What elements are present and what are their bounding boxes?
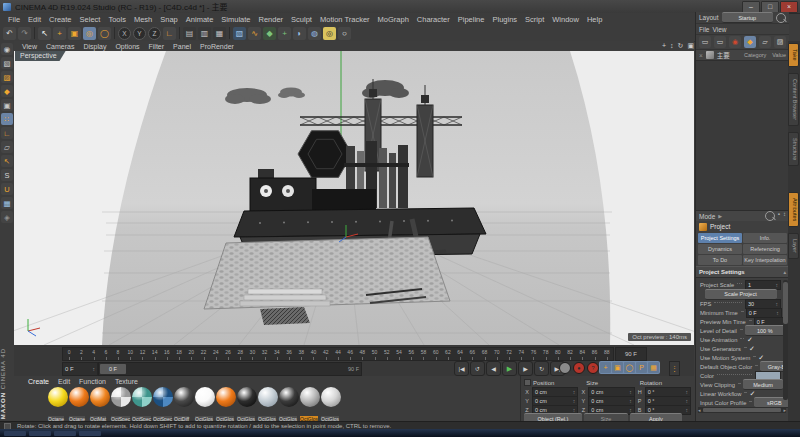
- play-forwards-button[interactable]: ▶: [502, 361, 517, 376]
- collapse-icon[interactable]: ▴: [783, 269, 786, 275]
- frame-tick[interactable]: 14: [149, 348, 161, 360]
- material-menu-create[interactable]: Create: [28, 378, 49, 385]
- z-axis-lock-icon[interactable]: Z: [148, 27, 161, 40]
- frame-tick[interactable]: 78: [540, 348, 552, 360]
- vpmenu-panel[interactable]: Panel: [173, 43, 191, 50]
- panel-icon[interactable]: [524, 379, 531, 386]
- frame-tick[interactable]: 66: [466, 348, 478, 360]
- frame-tick[interactable]: 88: [601, 348, 613, 360]
- material-item[interactable]: OctGlos: [237, 387, 257, 425]
- model-mode-icon[interactable]: ▧: [1, 57, 13, 69]
- record-keyframes-button[interactable]: ●: [573, 362, 585, 374]
- timeline-slider[interactable]: 0 F 90 F: [98, 362, 362, 376]
- material-item[interactable]: Octane: [48, 387, 68, 425]
- take-new-icon[interactable]: ▭: [699, 36, 711, 48]
- rotation-key-toggle[interactable]: ◯: [624, 362, 635, 373]
- stepper-icon[interactable]: ↕: [776, 310, 779, 316]
- frame-tick[interactable]: 22: [197, 348, 209, 360]
- vpmenu-cameras[interactable]: Cameras: [46, 43, 74, 50]
- parameter-key-toggle[interactable]: P: [636, 362, 647, 373]
- tab-take[interactable]: Take: [788, 43, 799, 67]
- frame-tick[interactable]: 68: [478, 348, 490, 360]
- layout-dropdown[interactable]: Startup: [722, 12, 773, 23]
- frame-tick[interactable]: 54: [393, 348, 405, 360]
- checkbox-use-generators[interactable]: ✓: [749, 345, 783, 353]
- menu-snap[interactable]: Snap: [156, 15, 182, 24]
- windows-taskbar[interactable]: [0, 429, 800, 437]
- viewport-label[interactable]: Perspective: [15, 51, 66, 61]
- frame-tick[interactable]: 6: [100, 348, 112, 360]
- points-mode-icon[interactable]: ∷: [1, 113, 13, 125]
- position-key-toggle[interactable]: +: [600, 362, 611, 373]
- tweak-mode-icon[interactable]: ↖: [1, 155, 13, 167]
- frame-tick[interactable]: 32: [259, 348, 271, 360]
- next-frame-button[interactable]: ▶: [518, 361, 533, 376]
- stepper-icon[interactable]: ↕: [685, 389, 688, 395]
- take-filter-icon[interactable]: ▨: [774, 36, 786, 48]
- material-item[interactable]: OctSpec: [111, 387, 131, 425]
- frame-tick[interactable]: 70: [491, 348, 503, 360]
- frame-ruler[interactable]: 0246810121416182022242628303234363840424…: [62, 347, 614, 361]
- attr-tab-dynamics[interactable]: Dynamics: [698, 244, 742, 254]
- y-axis-lock-icon[interactable]: Y: [133, 27, 146, 40]
- menu-file[interactable]: File: [4, 15, 24, 24]
- frame-tick[interactable]: 10: [124, 348, 136, 360]
- material-item[interactable]: OctGlos: [258, 387, 278, 425]
- stepper-icon[interactable]: ↕: [93, 366, 96, 372]
- material-item[interactable]: OctDiff: [174, 387, 194, 425]
- vpmenu-view[interactable]: View: [22, 43, 37, 50]
- scroll-right-icon[interactable]: ▸: [783, 407, 786, 413]
- taskbar-item[interactable]: [79, 431, 101, 436]
- material-menu-edit[interactable]: Edit: [58, 378, 70, 385]
- attr-lock-icon[interactable]: ▪: [778, 211, 780, 221]
- frame-tick[interactable]: 56: [405, 348, 417, 360]
- make-editable-icon[interactable]: ◉: [1, 43, 13, 55]
- frame-tick[interactable]: 24: [210, 348, 222, 360]
- frame-tick[interactable]: 34: [271, 348, 283, 360]
- attr-tab-info[interactable]: Info.: [743, 233, 787, 243]
- material-item[interactable]: OctGlos: [279, 387, 299, 425]
- enable-snap-icon[interactable]: S: [1, 169, 13, 181]
- menu-mograph[interactable]: MoGraph: [374, 15, 413, 24]
- tab-attributes[interactable]: Attributes: [788, 192, 799, 227]
- take-name[interactable]: 主要: [717, 50, 730, 60]
- stepper-icon[interactable]: ↕: [629, 407, 632, 413]
- add-primitive-object-icon[interactable]: ▧: [233, 27, 246, 40]
- vpmenu-options[interactable]: Options: [115, 43, 139, 50]
- taskbar-item[interactable]: [54, 431, 76, 436]
- dropdown-view-clipping[interactable]: Medium: [743, 379, 783, 390]
- attr-search-icon[interactable]: [765, 211, 775, 221]
- material-sphere[interactable]: [258, 387, 278, 407]
- dropdown-level-of-detail[interactable]: 100 %: [745, 325, 785, 336]
- magnet-snap-icon[interactable]: U: [1, 183, 13, 195]
- stepper-icon[interactable]: ↕: [776, 282, 779, 288]
- menu-mesh[interactable]: Mesh: [130, 15, 156, 24]
- take-menu-view[interactable]: View: [712, 26, 726, 33]
- scroll-thumb[interactable]: [703, 408, 782, 412]
- scale-tool-icon[interactable]: ▣: [68, 27, 81, 40]
- lock-workplane-icon[interactable]: ◈: [1, 211, 13, 223]
- frame-tick[interactable]: 44: [332, 348, 344, 360]
- frame-tick[interactable]: 2: [75, 348, 87, 360]
- menu-sculpt[interactable]: Sculpt: [287, 15, 316, 24]
- texture-mode-icon[interactable]: ▨: [1, 71, 13, 83]
- workplane-snap-icon[interactable]: ▦: [1, 197, 13, 209]
- horizontal-scrollbar[interactable]: ◂ ▸: [698, 407, 786, 413]
- frame-tick[interactable]: 26: [222, 348, 234, 360]
- frame-tick[interactable]: 38: [295, 348, 307, 360]
- goto-start-button[interactable]: |◀: [454, 361, 469, 376]
- menu-script[interactable]: Script: [521, 15, 548, 24]
- frame-tick[interactable]: 52: [381, 348, 393, 360]
- generators-icon[interactable]: ◆: [263, 27, 276, 40]
- scale-key-toggle[interactable]: ▣: [612, 362, 623, 373]
- material-sphere[interactable]: [69, 387, 89, 407]
- material-sphere[interactable]: [132, 387, 152, 407]
- previous-frame-button[interactable]: ◀: [486, 361, 501, 376]
- material-sphere[interactable]: [216, 387, 236, 407]
- object-axis-mode-icon[interactable]: ▣: [1, 99, 13, 111]
- stepper-icon[interactable]: ↕: [629, 389, 632, 395]
- frame-tick[interactable]: 4: [87, 348, 99, 360]
- move-tool-icon[interactable]: +: [53, 27, 66, 40]
- frame-tick[interactable]: 64: [454, 348, 466, 360]
- menu-edit[interactable]: Edit: [24, 15, 45, 24]
